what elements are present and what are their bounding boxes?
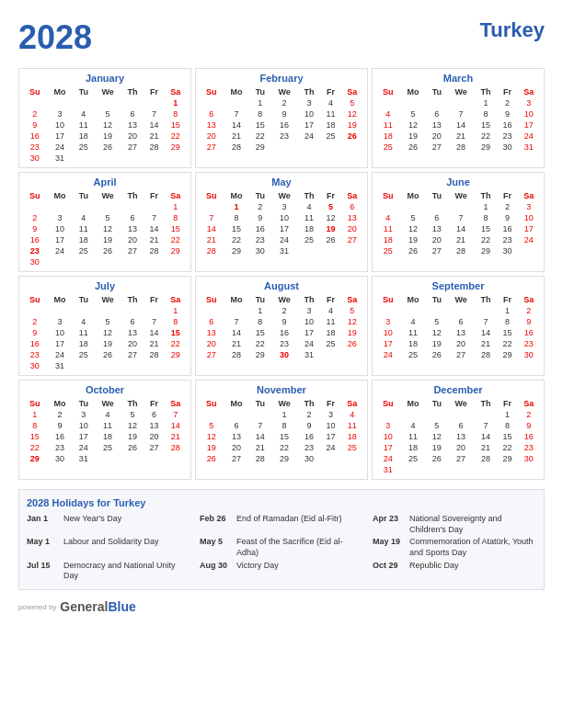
table-row: 3456789	[376, 420, 540, 431]
cal-day: 28	[224, 142, 250, 153]
cal-day	[518, 464, 540, 475]
cal-day: 11	[320, 108, 340, 119]
cal-day: 28	[475, 453, 497, 464]
day-header-th: Th	[475, 190, 497, 201]
cal-day: 1	[249, 305, 270, 316]
cal-day: 21	[249, 442, 270, 453]
day-header-su: Su	[23, 294, 47, 305]
table-row: 23242526272829	[23, 349, 187, 360]
cal-day: 25	[298, 234, 320, 245]
cal-day	[320, 349, 340, 360]
cal-day: 22	[249, 131, 270, 142]
cal-day: 23	[47, 442, 74, 453]
cal-day: 10	[518, 108, 540, 119]
cal-day: 17	[298, 327, 320, 338]
cal-day: 17	[73, 431, 94, 442]
cal-day: 23	[497, 131, 517, 142]
cal-day: 8	[249, 108, 270, 119]
cal-day: 17	[518, 223, 540, 234]
cal-day: 9	[270, 316, 298, 327]
holiday-name: Labour and Solidarity Day	[63, 537, 159, 548]
cal-day	[144, 360, 164, 371]
cal-day: 7	[224, 108, 250, 119]
cal-day: 10	[73, 420, 94, 431]
day-header-mo: Mo	[47, 86, 74, 97]
cal-day	[73, 305, 94, 316]
cal-day	[475, 464, 497, 475]
day-header-fr: Fr	[320, 398, 340, 409]
cal-day: 29	[165, 349, 187, 360]
cal-day: 20	[121, 338, 144, 349]
table-row: 24252627282930	[376, 349, 540, 360]
cal-day: 22	[497, 442, 517, 453]
holiday-date: Aug 30	[200, 561, 233, 572]
day-header-we: We	[94, 398, 121, 409]
table-row: 18192021222324	[376, 234, 540, 245]
cal-day: 27	[200, 142, 224, 153]
day-header-mo: Mo	[400, 190, 427, 201]
cal-day: 30	[497, 142, 517, 153]
day-header-fr: Fr	[497, 190, 517, 201]
month-title-august: August	[200, 280, 363, 291]
cal-day: 6	[224, 420, 250, 431]
cal-day: 3	[518, 97, 540, 108]
day-header-sa: Sa	[165, 190, 187, 201]
month-block-may: MaySuMoTuWeThFrSa12345678910111213141516…	[195, 172, 368, 272]
month-block-april: AprilSuMoTuWeThFrSa123456789101112131415…	[18, 172, 191, 272]
cal-day: 30	[518, 453, 540, 464]
cal-day: 1	[497, 409, 517, 420]
table-row: 123456	[200, 201, 363, 212]
table-row: 24252627282930	[376, 453, 540, 464]
cal-day: 30	[23, 153, 47, 164]
cal-day: 16	[47, 431, 74, 442]
cal-day: 8	[475, 108, 497, 119]
cal-day	[73, 201, 94, 212]
cal-day: 1	[165, 305, 187, 316]
table-row: 14151617181920	[200, 223, 363, 234]
cal-day: 12	[200, 431, 224, 442]
cal-table-may: SuMoTuWeThFrSa12345678910111213141516171…	[200, 190, 363, 256]
cal-day: 6	[426, 108, 447, 119]
cal-day: 16	[23, 234, 47, 245]
day-header-sa: Sa	[518, 398, 540, 409]
table-row: 18192021222324	[376, 131, 540, 142]
cal-day: 31	[376, 464, 400, 475]
cal-day: 24	[298, 131, 320, 142]
cal-day: 29	[475, 142, 497, 153]
cal-day: 26	[400, 245, 427, 256]
cal-day: 18	[341, 431, 363, 442]
cal-day: 4	[376, 212, 400, 223]
cal-day: 23	[23, 245, 47, 256]
cal-day: 30	[23, 360, 47, 371]
cal-day	[121, 305, 144, 316]
cal-day	[426, 409, 447, 420]
cal-day: 10	[518, 212, 540, 223]
cal-day: 24	[298, 338, 320, 349]
cal-day	[200, 409, 224, 420]
cal-day: 17	[376, 338, 400, 349]
day-header-th: Th	[121, 190, 144, 201]
cal-day: 18	[73, 338, 94, 349]
month-block-september: SeptemberSuMoTuWeThFrSa12345678910111213…	[372, 276, 545, 376]
cal-day: 8	[165, 108, 187, 119]
cal-day	[270, 142, 298, 153]
day-header-tu: Tu	[426, 398, 447, 409]
cal-day: 12	[94, 327, 121, 338]
cal-day: 23	[298, 442, 320, 453]
holiday-name: New Year's Day	[63, 514, 121, 525]
cal-day: 25	[94, 442, 121, 453]
day-header-sa: Sa	[165, 294, 187, 305]
cal-day	[165, 453, 187, 464]
table-row: 16171819202122	[23, 338, 187, 349]
table-row: 25262728293031	[376, 142, 540, 153]
cal-day: 21	[224, 338, 250, 349]
cal-day: 4	[376, 108, 400, 119]
cal-day: 13	[447, 431, 475, 442]
holiday-date: May 1	[27, 537, 60, 548]
table-row: 17181920212223	[376, 338, 540, 349]
cal-day: 8	[475, 212, 497, 223]
table-row: 293031	[23, 453, 187, 464]
cal-day: 26	[341, 338, 363, 349]
cal-day	[73, 256, 94, 267]
cal-day: 24	[270, 234, 298, 245]
